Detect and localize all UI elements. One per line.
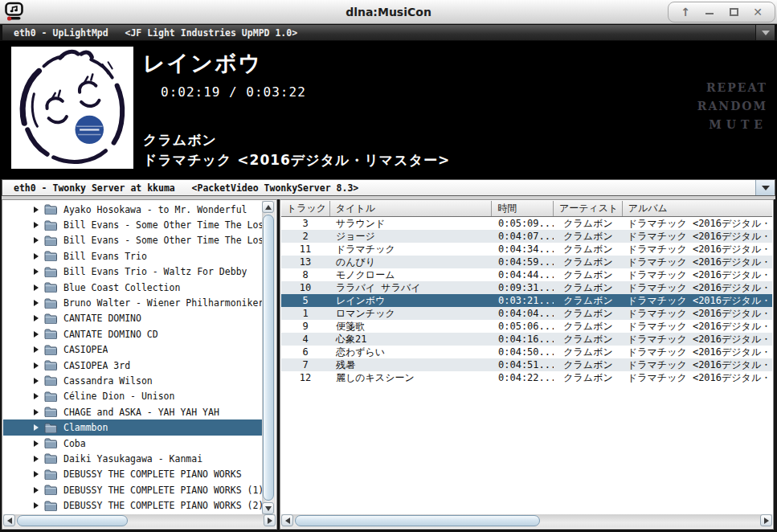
tree-item[interactable]: Coba: [3, 436, 262, 451]
now-playing-panel: レインボウ 0:02:19 / 0:03:22 クラムボン ドラマチック <20…: [0, 41, 777, 179]
table-row[interactable]: 10 ララバイ サラバイ 0:09:31... クラムボン ドラマチック <20…: [281, 281, 772, 294]
server-dropdown-button[interactable]: [755, 180, 775, 195]
cell-time: 0:04:07...: [492, 231, 554, 242]
column-header-title[interactable]: タイトル: [329, 201, 491, 216]
column-header-album[interactable]: アルバム: [622, 201, 772, 216]
expander-icon[interactable]: [34, 393, 39, 399]
expander-icon[interactable]: [34, 378, 39, 384]
mute-toggle[interactable]: MUTE: [709, 118, 767, 131]
expander-icon[interactable]: [34, 471, 39, 477]
table-hscroll-thumb[interactable]: [295, 515, 540, 526]
minimize-button[interactable]: [699, 4, 720, 20]
scroll-left-button[interactable]: [3, 514, 15, 526]
tree-scroll-thumb[interactable]: [263, 215, 274, 501]
tree-item[interactable]: Blue Coast Collection: [3, 280, 262, 295]
tree-item[interactable]: Clammbon: [3, 419, 262, 435]
column-header-time[interactable]: 時間: [491, 201, 553, 216]
renderer-dropdown-button[interactable]: [755, 25, 775, 40]
table-row[interactable]: 3 サラウンド 0:05:09... クラムボン ドラマチック <2016デジタ…: [281, 217, 772, 230]
folder-icon: [44, 423, 57, 433]
maximize-button[interactable]: [723, 4, 744, 20]
tree-item[interactable]: CANTATE DOMINO: [3, 311, 262, 326]
tree-item-label: Bill Evans Trio: [63, 251, 147, 262]
table-row[interactable]: 2 ジョージ 0:04:07... クラムボン ドラマチック <2016デジタル…: [281, 230, 772, 243]
tree-vertical-scrollbar[interactable]: [262, 201, 276, 514]
table-row[interactable]: 13 のんびり 0:04:59... クラムボン ドラマチック <2016デジタ…: [281, 256, 772, 268]
tree-item-label: Clammbon: [63, 422, 108, 433]
triangle-left-icon: [7, 518, 12, 524]
expander-icon[interactable]: [34, 502, 39, 509]
cell-artist: クラムボン: [554, 243, 623, 256]
table-row[interactable]: 8 モノクローム 0:04:44... クラムボン ドラマチック <2016デジ…: [281, 268, 772, 281]
cell-time: 0:04:22...: [492, 372, 554, 383]
tree-item[interactable]: Céline Dion - Unison: [3, 389, 262, 404]
tree-item[interactable]: Bill Evans Trio - Waltz For Debby: [3, 264, 262, 280]
expander-icon[interactable]: [34, 284, 39, 291]
cell-title: 残暑: [329, 358, 492, 372]
scroll-right-button[interactable]: [760, 514, 772, 526]
tree-item[interactable]: CASIOPEA: [3, 342, 262, 358]
tree-item-label: Bruno Walter - Wiener Philharmoniker - K…: [63, 297, 262, 309]
expander-icon[interactable]: [34, 424, 39, 431]
table-row[interactable]: 6 恋わずらい 0:04:50... クラムボン ドラマチック <2016デジタ…: [281, 346, 772, 358]
expander-icon[interactable]: [34, 315, 39, 321]
expander-icon[interactable]: [34, 409, 39, 415]
server-select[interactable]: eth0 - Twonky Server at kkuma <PacketVid…: [2, 179, 775, 196]
tree-item-label: Bill Evans - Some Other Time The Lost Se…: [63, 219, 262, 231]
expander-icon[interactable]: [34, 207, 39, 213]
table-row[interactable]: 7 残暑 0:04:51... クラムボン ドラマチック <2016デジタル・.…: [281, 358, 772, 371]
expander-icon[interactable]: [34, 222, 39, 228]
tree-item[interactable]: Bill Evans Trio: [3, 248, 262, 264]
table-row[interactable]: 4 心象21 0:04:16... クラムボン ドラマチック <2016デジタル…: [281, 333, 772, 346]
titlebar[interactable]: dlna:MusiCon ↑ ✕: [0, 0, 777, 24]
tree-item[interactable]: CASIOPEA 3rd: [3, 358, 262, 373]
column-header-track[interactable]: トラック: [281, 201, 329, 216]
random-toggle[interactable]: RANDOM: [697, 100, 767, 113]
close-button[interactable]: ✕: [747, 4, 768, 20]
cell-album: ドラマチック <2016デジタル・..: [623, 371, 772, 385]
tree-item[interactable]: Ayako Hosokawa - to Mr. Wonderful: [3, 202, 262, 217]
table-row[interactable]: 12 麗しのキスシーン 0:04:22... クラムボン ドラマチック <201…: [281, 371, 772, 384]
scroll-down-button[interactable]: [262, 502, 274, 514]
expander-icon[interactable]: [34, 300, 39, 306]
tree-item[interactable]: CANTATE DOMINO CD: [3, 326, 262, 342]
tree-item[interactable]: Bill Evans - Some Other Time The Lost Se…: [3, 233, 262, 248]
expander-icon[interactable]: [34, 253, 39, 260]
library-tree: Ayako Hosokawa - to Mr. Wonderful Bill E…: [3, 202, 262, 514]
tree-item[interactable]: Bill Evans - Some Other Time The Lost Se…: [3, 217, 262, 232]
track-list: 3 サラウンド 0:05:09... クラムボン ドラマチック <2016デジタ…: [281, 217, 772, 514]
expander-icon[interactable]: [34, 487, 39, 493]
table-horizontal-scrollbar[interactable]: [281, 514, 772, 528]
table-row[interactable]: 5 レインボウ 0:03:21... クラムボン ドラマチック <2016デジタ…: [281, 294, 772, 307]
table-row[interactable]: 11 ドラマチック 0:04:34... クラムボン ドラマチック <2016デ…: [281, 243, 772, 256]
expander-icon[interactable]: [34, 331, 39, 338]
shade-button[interactable]: ↑: [675, 4, 696, 20]
tree-item[interactable]: CHAGE and ASKA - YAH YAH YAH: [3, 404, 262, 419]
table-row[interactable]: 1 ロマンチック 0:04:04... クラムボン ドラマチック <2016デジ…: [281, 307, 772, 320]
scroll-left-button[interactable]: [281, 514, 293, 526]
tree-item[interactable]: Bruno Walter - Wiener Philharmoniker - K…: [3, 295, 262, 310]
repeat-toggle[interactable]: REPEAT: [706, 81, 767, 94]
tree-horizontal-scrollbar[interactable]: [3, 514, 276, 528]
expander-icon[interactable]: [34, 346, 39, 353]
cell-time: 0:04:04...: [492, 308, 554, 319]
cell-artist: クラムボン: [554, 230, 623, 243]
expander-icon[interactable]: [34, 440, 39, 447]
table-row[interactable]: 9 便箋歌 0:05:06... クラムボン ドラマチック <2016デジタル・…: [281, 320, 772, 333]
tree-item[interactable]: Daiki Yasukagawa - Kanmai: [3, 451, 262, 466]
tree-item[interactable]: Cassandra Wilson: [3, 373, 262, 388]
expander-icon[interactable]: [34, 268, 39, 275]
renderer-select[interactable]: eth0 - UpLightMpd <JF Light Industries U…: [2, 24, 775, 41]
scroll-right-button[interactable]: [264, 514, 276, 526]
tree-item[interactable]: DEBUSSY THE COMPLETE PIANO WORKS (2): [3, 497, 262, 513]
cell-artist: クラムボン: [554, 256, 623, 269]
tree-item[interactable]: DEBUSSY THE COMPLETE PIANO WORKS: [3, 467, 262, 482]
expander-icon[interactable]: [34, 237, 39, 243]
scroll-up-button[interactable]: [262, 201, 274, 213]
expander-icon[interactable]: [34, 362, 39, 369]
expander-icon[interactable]: [34, 456, 39, 462]
app-window: dlna:MusiCon ↑ ✕ eth0 - UpLightMpd <JF L…: [0, 0, 777, 532]
tree-item[interactable]: DEBUSSY THE COMPLETE PIANO WORKS (1): [3, 482, 262, 497]
column-header-artist[interactable]: アーティスト: [553, 201, 622, 216]
tree-hscroll-thumb[interactable]: [17, 515, 128, 526]
